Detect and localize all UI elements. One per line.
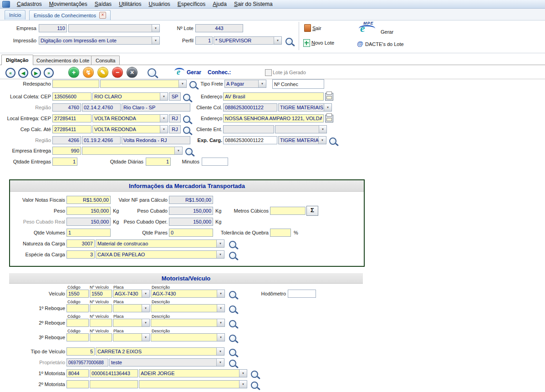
search-icon[interactable] [229, 320, 236, 327]
tab-digitacao[interactable]: Digitação [1, 55, 33, 65]
reboque3-placa-select[interactable]: ▼ [113, 333, 150, 341]
empresa-entrega-select[interactable]: ▼ [82, 147, 183, 155]
dacte-icon[interactable]: @ [357, 41, 363, 47]
peso-field[interactable] [66, 207, 111, 215]
endereco-coleta-field[interactable] [223, 92, 324, 101]
exp-carg-doc-field[interactable] [223, 136, 277, 144]
tipo-veiculo-select[interactable]: CARRETA 2 EIXOS ▼ [96, 347, 224, 356]
reboque3-desc-select[interactable]: ▼ [151, 333, 225, 341]
cep-calc-cep-field[interactable] [52, 125, 92, 133]
search-icon[interactable] [229, 252, 236, 259]
menu-utilitarios[interactable]: Utilitários [115, 0, 145, 8]
reboque1-desc-select[interactable]: ▼ [151, 304, 225, 312]
search-icon[interactable] [183, 94, 190, 101]
qtdade-diarias-field[interactable] [146, 158, 171, 166]
perfil-select[interactable]: * SUPERVISOR ▼ [214, 36, 282, 45]
veiculo-num-field[interactable] [90, 290, 112, 298]
new-lot-icon[interactable] [303, 39, 310, 47]
reboque3-cod-field[interactable] [66, 333, 89, 341]
exit-door-icon[interactable] [304, 24, 311, 32]
search-icon[interactable] [329, 137, 336, 145]
empresa-entrega-cod-field[interactable] [52, 147, 81, 155]
motorista1-doc-field[interactable] [90, 369, 138, 377]
qtde-volumes-field[interactable] [66, 229, 111, 237]
gerar-header-button[interactable]: Gerar [381, 29, 393, 36]
reboque1-placa-select[interactable]: ▼ [113, 304, 150, 312]
close-icon[interactable]: × [99, 12, 106, 19]
veiculo-placa-select[interactable]: AGX-7430 ▼ [113, 290, 150, 298]
search-icon[interactable] [183, 127, 190, 134]
entrega-cidade-select[interactable]: VOLTA REDONDA ▼ [92, 114, 168, 122]
last-record-icon[interactable]: » [44, 68, 54, 78]
search-icon[interactable] [229, 349, 236, 356]
natureza-carga-cod-field[interactable] [66, 239, 95, 248]
sair-button[interactable]: Sair [312, 25, 321, 32]
first-record-icon[interactable]: « [5, 68, 15, 78]
tab-conhecimentos-do-lote[interactable]: Conhecimentos do Lote [32, 56, 94, 65]
search-icon[interactable] [148, 68, 156, 77]
coleta-cep-field[interactable] [52, 92, 92, 101]
search-icon[interactable] [185, 148, 193, 155]
cancel-icon[interactable]: × [127, 67, 138, 78]
exp-carg-select[interactable]: TIGRE MATERIAIS ▼ [278, 136, 326, 144]
reboque2-desc-select[interactable]: ▼ [151, 319, 225, 327]
endereco-entrega-field[interactable] [223, 114, 324, 122]
menu-usuarios[interactable]: Usuários [145, 0, 173, 8]
add-icon[interactable]: + [68, 67, 79, 78]
next-record-icon[interactable]: ▶ [31, 68, 41, 78]
search-icon[interactable] [229, 305, 236, 313]
tab-inicio[interactable]: Início [5, 10, 25, 20]
coleta-cidade-select[interactable]: RIO CLARO ▼ [92, 92, 168, 101]
search-icon[interactable] [183, 116, 190, 123]
especie-carga-cod-field[interactable] [66, 250, 95, 259]
cep-calc-cidade-select[interactable]: VOLTA REDONDA ▼ [92, 125, 168, 133]
search-icon[interactable] [229, 291, 236, 298]
hodometro-field[interactable] [288, 290, 316, 298]
print-icon[interactable] [325, 115, 333, 122]
menu-cadastros[interactable]: Cadastros [13, 0, 46, 8]
search-icon[interactable] [251, 371, 258, 378]
natureza-carga-select[interactable]: Material de construcao ▼ [96, 239, 224, 248]
menu-saidas[interactable]: Saídas [91, 0, 115, 8]
motorista2-select[interactable]: ▼ [139, 380, 247, 388]
gerar-toolbar-button[interactable]: Gerar [187, 68, 201, 76]
remove-icon[interactable]: − [112, 67, 123, 78]
impressao-select[interactable]: Digitação com Impressão em Lote ▼ [39, 36, 160, 45]
print-icon[interactable] [325, 93, 333, 101]
reboque2-num-field[interactable] [90, 319, 112, 327]
sigma-button[interactable]: Σ [306, 206, 318, 216]
redespacho-code-field[interactable] [52, 80, 99, 88]
tipo-veiculo-cod-field[interactable] [66, 347, 95, 356]
motorista1-cod-field[interactable] [66, 369, 89, 377]
valor-notas-fiscais-field[interactable] [66, 196, 111, 204]
redespacho-select[interactable]: ▼ [100, 80, 187, 88]
edit-pencil-icon[interactable]: ✎ [97, 67, 108, 78]
entrega-cep-field[interactable] [52, 114, 92, 122]
motorista1-select[interactable]: ADEIR JORGE ▼ [139, 369, 247, 377]
dacte-do-lote-button[interactable]: DACTE's do Lote [365, 41, 404, 48]
minutos-field[interactable] [202, 158, 228, 166]
reboque1-num-field[interactable] [90, 304, 112, 312]
lightning-icon[interactable]: ↯ [83, 67, 94, 78]
menu-movimentacoes[interactable]: Movimentações [46, 0, 91, 8]
tab-consulta[interactable]: Consulta [91, 56, 120, 65]
search-icon[interactable] [229, 360, 236, 367]
gerar-icon[interactable]: e [174, 67, 185, 77]
menu-ajuda[interactable]: Ajuda [209, 0, 230, 8]
tab-emissao-conhecimentos[interactable]: Emissão de Conhecimentos × [29, 10, 111, 20]
search-icon[interactable] [285, 38, 293, 45]
search-icon[interactable] [229, 335, 236, 342]
veiculo-desc-select[interactable]: AGX-7430 ▼ [151, 290, 225, 298]
especie-carga-select[interactable]: CAIXA DE PAPELAO ▼ [96, 250, 224, 259]
reboque2-placa-select[interactable]: ▼ [113, 319, 150, 327]
reboque2-cod-field[interactable] [66, 319, 89, 327]
metros-cubicos-field[interactable] [270, 207, 306, 215]
veiculo-cod-field[interactable] [66, 290, 89, 298]
motorista2-doc-field[interactable] [90, 380, 138, 388]
menu-sair-do-sistema[interactable]: Sair do Sistema [230, 0, 276, 8]
search-icon[interactable] [189, 81, 197, 88]
menu-especificos[interactable]: Específicos [174, 0, 209, 8]
motorista2-cod-field[interactable] [66, 380, 89, 388]
previous-record-icon[interactable]: ◀ [18, 68, 28, 78]
qtde-pares-field[interactable] [169, 229, 213, 237]
